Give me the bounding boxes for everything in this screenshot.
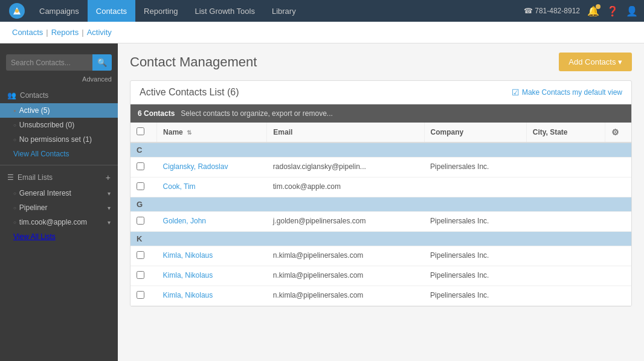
row-email-cell: n.kimla@pipelinersales.com [267,286,424,306]
group-row: K [130,232,631,246]
sidebar-item-active[interactable]: ● Active (5) [0,103,118,118]
notification-dot [596,4,601,9]
contact-name-link[interactable]: Cook, Tim [163,182,196,191]
header-city[interactable]: City, State [526,123,605,142]
add-list-button[interactable]: + [106,173,111,182]
row-company-cell: Pipelinersales Inc. [424,246,526,266]
list-item-general-interest[interactable]: ○ General Interest ▾ [0,186,118,200]
table-header-row: Name ⇅ Email Company City, State [130,123,631,142]
nav-reporting[interactable]: Reporting [135,0,186,22]
row-checkbox[interactable] [137,251,144,259]
sidebar-item-no-permissions[interactable]: ○ No permissions set (1) [0,132,118,147]
contact-name-link[interactable]: Kimla, Nikolaus [163,251,213,260]
view-all-contacts-link[interactable]: View All Contacts [13,150,69,158]
list-label-tim-cook: tim.cook@apple.com [19,218,87,226]
sidebar-item-unsubscribed[interactable]: ○ Unsubscribed (0) [0,118,118,132]
row-checkbox-cell[interactable] [130,177,157,197]
view-all-lists-link[interactable]: View All Lists [0,229,118,244]
table-toolbar: 6 Contacts Select contacts to organize, … [130,104,631,123]
help-icon[interactable]: ❓ [607,5,619,17]
header-name[interactable]: Name ⇅ [157,123,267,142]
row-checkbox-cell[interactable] [130,246,157,266]
list-item-tim-cook[interactable]: ○ tim.cook@apple.com ▾ [0,215,118,229]
row-gear-cell [605,246,631,266]
add-contacts-button[interactable]: Add Contacts ▾ [559,53,632,71]
contact-name-link[interactable]: Ciglansky, Radoslav [163,162,228,171]
nav-right: ☎ 781-482-8912 🔔 ❓ 👤 [524,5,638,17]
list-dot-3: ○ [13,220,16,225]
row-gear-cell [605,158,631,177]
app-logo[interactable] [6,0,28,22]
default-view-link[interactable]: ☑ Make Contacts my default view [512,88,622,97]
row-gear-cell [605,266,631,286]
row-email-cell: n.kimla@pipelinersales.com [267,266,424,286]
row-checkbox-cell[interactable] [130,286,157,306]
contact-panel: Active Contacts List (6) ☑ Make Contacts… [130,80,632,307]
user-icon[interactable]: 👤 [626,5,638,17]
group-row: C [130,142,631,158]
notifications-icon[interactable]: 🔔 [587,5,599,17]
email-lists-label: Email Lists [18,173,53,182]
phone-number: ☎ 781-482-8912 [524,7,580,15]
search-box: 🔍 [6,54,112,71]
row-city-cell [526,246,605,266]
row-checkbox[interactable] [137,271,144,279]
list-label-general: General Interest [19,189,71,197]
email-lists-header: ☰ Email Lists + [0,169,118,186]
gear-icon[interactable]: ⚙ [611,127,619,137]
table-row: Golden, John j.golden@pipelinersales.com… [130,212,631,232]
row-checkbox-cell[interactable] [130,212,157,232]
row-company-cell: Pipelinersales Inc. [424,212,526,232]
list-item-pipeliner[interactable]: ○ Pipeliner ▾ [0,200,118,215]
select-all-checkbox[interactable] [137,127,144,135]
row-city-cell [526,266,605,286]
sidebar-active-label: Active (5) [19,106,50,115]
row-email-cell: n.kimla@pipelinersales.com [267,246,424,266]
table-row: Kimla, Nikolaus n.kimla@pipelinersales.c… [130,266,631,286]
view-all-lists-anchor[interactable]: View All Lists [13,232,56,241]
nav-library[interactable]: Library [263,0,304,22]
row-checkbox-cell[interactable] [130,266,157,286]
content-header: Contact Management Add Contacts ▾ [130,53,632,71]
table-row: Cook, Tim tim.cook@apple.com [130,177,631,197]
row-checkbox[interactable] [137,182,144,190]
chevron-down-icon-3: ▾ [108,219,111,226]
advanced-link[interactable]: Advanced [6,75,112,83]
table-row: Kimla, Nikolaus n.kimla@pipelinersales.c… [130,286,631,306]
row-gear-cell [605,286,631,306]
row-checkbox[interactable] [137,162,144,170]
chevron-down-icon-1: ▾ [108,190,111,197]
header-company[interactable]: Company [424,123,526,142]
name-column-label: Name [163,128,183,136]
contact-name-link[interactable]: Golden, John [163,217,206,225]
contact-name-link[interactable]: Kimla, Nikolaus [163,291,213,299]
row-gear-cell [605,212,631,232]
header-gear[interactable]: ⚙ [605,123,631,142]
sidebar-item-view-all-contacts[interactable]: View All Contacts [0,147,118,161]
bullet-dot-3: ○ [13,137,16,142]
breadcrumb-activity[interactable]: Activity [87,28,112,37]
row-checkbox-cell[interactable] [130,158,157,177]
header-checkbox-col [130,123,157,142]
table-row: Kimla, Nikolaus n.kimla@pipelinersales.c… [130,246,631,266]
breadcrumb-reports[interactable]: Reports [51,28,79,37]
panel-title: Active Contacts List (6) [140,87,239,98]
menu-icon: ☰ [7,173,14,182]
row-city-cell [526,158,605,177]
row-company-cell [424,177,526,197]
sort-icon-name: ⇅ [187,129,192,136]
breadcrumb-sep-2: | [82,28,83,37]
row-checkbox[interactable] [137,217,144,225]
nav-list-growth-tools[interactable]: List Growth Tools [186,0,263,22]
nav-campaigns[interactable]: Campaigns [31,0,88,22]
row-name-cell: Kimla, Nikolaus [157,246,267,266]
row-checkbox[interactable] [137,291,144,299]
search-button[interactable]: 🔍 [92,54,112,71]
nav-contacts[interactable]: Contacts [88,0,135,22]
search-input[interactable] [6,55,92,71]
header-email[interactable]: Email [267,123,424,142]
breadcrumb-contacts[interactable]: Contacts [12,28,43,37]
breadcrumb: Contacts | Reports | Activity [0,22,644,43]
svg-point-1 [15,9,19,13]
contact-name-link[interactable]: Kimla, Nikolaus [163,271,213,280]
